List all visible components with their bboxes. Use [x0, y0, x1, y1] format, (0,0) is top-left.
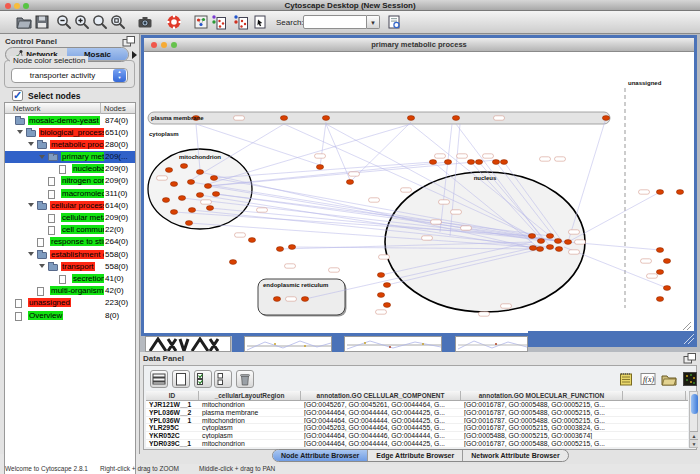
zoom-window-icon[interactable] — [23, 3, 29, 9]
tree-row[interactable]: cell communicat22(0) — [5, 224, 135, 236]
network-node[interactable] — [663, 286, 670, 291]
network-node[interactable] — [452, 116, 459, 121]
network-node[interactable] — [377, 273, 384, 278]
network-node[interactable] — [656, 248, 663, 253]
network-node[interactable] — [528, 234, 535, 239]
network-node[interactable] — [492, 160, 499, 165]
tree-row[interactable]: nitrogen compo209(0) — [5, 175, 135, 187]
network-node[interactable] — [162, 198, 169, 203]
network-overlay-b-icon[interactable] — [233, 14, 249, 30]
new-attribute-icon[interactable] — [172, 370, 190, 388]
close-network-window-icon[interactable] — [151, 42, 157, 48]
network-node[interactable] — [546, 234, 553, 239]
disclosure-arrow-icon[interactable] — [17, 130, 23, 134]
matrix-icon[interactable] — [682, 371, 698, 387]
network-canvas[interactable]: plasma membrane cytoplasm mitochondrion … — [144, 52, 694, 333]
network-node[interactable] — [383, 303, 390, 308]
zoom-selected-icon[interactable] — [92, 14, 108, 30]
zoom-out-icon[interactable] — [56, 14, 72, 30]
network-node[interactable] — [196, 170, 203, 175]
attribute-browser-tab[interactable]: Edge Attribute Browser — [368, 450, 463, 461]
network-node[interactable] — [656, 270, 663, 275]
network-node[interactable] — [248, 238, 255, 243]
resize-grip-icon[interactable] — [683, 322, 691, 330]
more-tabs-arrow-icon[interactable] — [132, 51, 137, 59]
tree-row[interactable]: cellular process614(0) — [5, 199, 135, 211]
network-node[interactable] — [229, 260, 236, 265]
network-node[interactable] — [170, 182, 177, 187]
network-node[interactable] — [536, 247, 543, 252]
background-window-fragment[interactable] — [244, 336, 332, 352]
tree-row[interactable]: macromolecule311(0) — [5, 187, 135, 199]
tree-row[interactable]: establishment of lo558(0) — [5, 248, 135, 260]
network-node[interactable] — [210, 176, 217, 181]
network-node[interactable] — [180, 164, 187, 169]
network-window-titlebar[interactable]: primary metabolic process — [144, 38, 694, 52]
annotation-icon[interactable] — [252, 14, 268, 30]
unselect-attributes-icon[interactable] — [214, 370, 232, 388]
network-node[interactable] — [444, 160, 451, 165]
attribute-browser-tab[interactable]: Network Attribute Browser — [463, 450, 567, 461]
tree-row[interactable]: Overview8(0) — [5, 309, 135, 321]
vizmapper-icon[interactable] — [193, 14, 209, 30]
network-window[interactable]: primary metabolic process plasma membran… — [141, 35, 697, 336]
network-node[interactable] — [346, 180, 353, 185]
network-node[interactable] — [500, 160, 507, 165]
disclosure-arrow-icon[interactable] — [39, 155, 45, 159]
disclosure-arrow-icon[interactable] — [28, 252, 34, 256]
network-node[interactable] — [555, 247, 562, 252]
attribute-table-icon[interactable] — [150, 370, 168, 388]
table-column-header[interactable]: annotation.GO CELLULAR_COMPONENT — [301, 391, 461, 400]
network-node[interactable] — [178, 196, 185, 201]
network-node[interactable] — [537, 239, 544, 244]
tree-row[interactable]: biological_process651(0) — [5, 126, 135, 138]
table-column-header[interactable] — [623, 391, 686, 400]
tree-row[interactable]: metabolic process280(0) — [5, 138, 135, 150]
search-dropdown-arrow-icon[interactable]: ▼ — [367, 15, 380, 29]
snapshot-camera-icon[interactable] — [137, 14, 153, 30]
network-node[interactable] — [383, 283, 390, 288]
table-column-header[interactable]: _cellularLayoutRegion — [199, 391, 301, 400]
tree-row[interactable]: transport558(0) — [5, 260, 135, 272]
table-row[interactable]: YLR295Ccytoplasm[GO:0045263, GO:0044464,… — [146, 424, 688, 432]
network-node[interactable] — [429, 160, 436, 165]
network-node[interactable] — [273, 297, 280, 302]
tree-row[interactable]: unassigned223(0) — [5, 297, 135, 309]
network-node[interactable] — [564, 240, 571, 245]
scroll-up-icon[interactable]: ▲ — [690, 431, 698, 439]
network-node[interactable] — [288, 245, 295, 250]
disclosure-arrow-icon[interactable] — [28, 142, 34, 146]
network-node[interactable] — [188, 208, 195, 213]
table-column-header[interactable]: annotation.GO MOLECULAR_FUNCTION — [461, 391, 623, 400]
scrollbar-thumb[interactable] — [691, 394, 698, 414]
network-node[interactable] — [554, 239, 561, 244]
network-node[interactable] — [196, 193, 203, 198]
attribute-table-header[interactable]: ID_cellularLayoutRegionannotation.GO CEL… — [146, 391, 688, 401]
background-window-fragment[interactable] — [344, 336, 442, 352]
select-nodes-checkbox[interactable]: ✓ — [12, 90, 23, 101]
tree-row[interactable]: cellular metabol209(0) — [5, 212, 135, 224]
tree-row[interactable]: mosaic-demo-yeast874(0) — [5, 114, 135, 126]
network-node[interactable] — [316, 165, 323, 170]
help-lifesaver-icon[interactable] — [166, 14, 182, 30]
close-window-icon[interactable] — [5, 3, 11, 9]
network-node[interactable] — [663, 259, 670, 264]
formula-fx-icon[interactable]: f(x) — [640, 371, 656, 387]
network-node[interactable] — [407, 116, 414, 121]
table-row[interactable]: YPL036W__1mitochondrion[GO:0044464, GO:0… — [146, 417, 688, 425]
disclosure-arrow-icon[interactable] — [28, 203, 34, 207]
network-node[interactable] — [656, 190, 663, 195]
background-window-fragment[interactable] — [455, 336, 528, 352]
network-node[interactable] — [165, 168, 172, 173]
select-attributes-icon[interactable] — [194, 370, 212, 388]
search-advanced-icon[interactable] — [386, 14, 402, 30]
notepad-icon[interactable] — [618, 371, 634, 387]
network-node[interactable] — [206, 206, 213, 211]
network-node[interactable] — [185, 221, 192, 226]
scroll-down-icon[interactable]: ▼ — [690, 439, 698, 447]
table-column-header[interactable]: ID — [146, 391, 199, 400]
minimize-window-icon[interactable] — [14, 3, 20, 9]
delete-attribute-trash-icon[interactable] — [236, 370, 254, 388]
network-node[interactable] — [475, 160, 482, 165]
tree-row[interactable]: primary metabol209(... — [5, 151, 135, 163]
